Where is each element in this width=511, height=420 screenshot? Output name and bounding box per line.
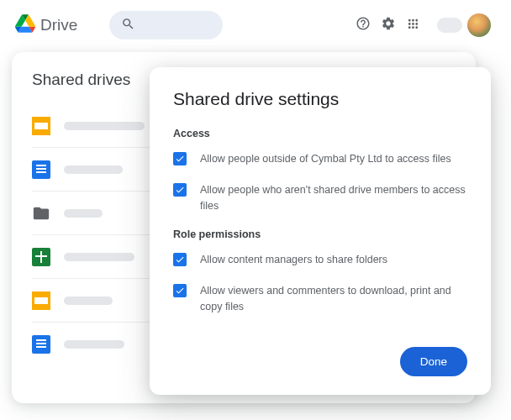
option-viewer-download[interactable]: Allow viewers and commenters to download… <box>173 283 467 315</box>
access-section-label: Access <box>173 128 467 139</box>
dialog-title: Shared drive settings <box>173 89 467 109</box>
apps-icon[interactable] <box>406 17 420 34</box>
item-name-placeholder <box>64 209 103 218</box>
checkbox-icon <box>173 253 187 266</box>
item-name-placeholder <box>64 122 145 130</box>
avatar <box>467 13 491 37</box>
shared-drive-settings-dialog: Shared drive settings Access Allow peopl… <box>150 67 491 395</box>
option-label: Allow content managers to share folders <box>200 252 387 268</box>
account-chip <box>437 18 462 33</box>
item-name-placeholder <box>64 165 123 174</box>
help-icon[interactable] <box>356 16 371 34</box>
gear-icon[interactable] <box>381 16 396 34</box>
option-non-members[interactable]: Allow people who aren't shared drive mem… <box>173 182 467 214</box>
checkbox-icon <box>173 284 187 297</box>
account-switcher[interactable] <box>430 10 496 40</box>
drive-icon <box>15 14 35 36</box>
option-label: Allow viewers and commenters to download… <box>200 283 467 315</box>
role-section-label: Role permissions <box>173 228 467 240</box>
header: Drive <box>0 0 511 47</box>
header-actions <box>356 10 496 40</box>
item-name-placeholder <box>64 340 124 349</box>
app-name: Drive <box>40 16 77 34</box>
checkbox-icon <box>173 183 187 197</box>
option-outside-org[interactable]: Allow people outside of Cymbal Pty Ltd t… <box>173 151 467 167</box>
option-label: Allow people who aren't shared drive mem… <box>200 182 467 214</box>
option-label: Allow people outside of Cymbal Pty Ltd t… <box>200 151 451 167</box>
search-input[interactable] <box>109 11 223 39</box>
app-logo: Drive <box>15 14 77 36</box>
item-name-placeholder <box>64 297 113 305</box>
done-button[interactable]: Done <box>400 347 467 376</box>
search-icon <box>121 17 135 34</box>
checkbox-icon <box>173 152 187 165</box>
option-content-managers-share[interactable]: Allow content managers to share folders <box>173 252 467 268</box>
item-name-placeholder <box>64 253 134 261</box>
